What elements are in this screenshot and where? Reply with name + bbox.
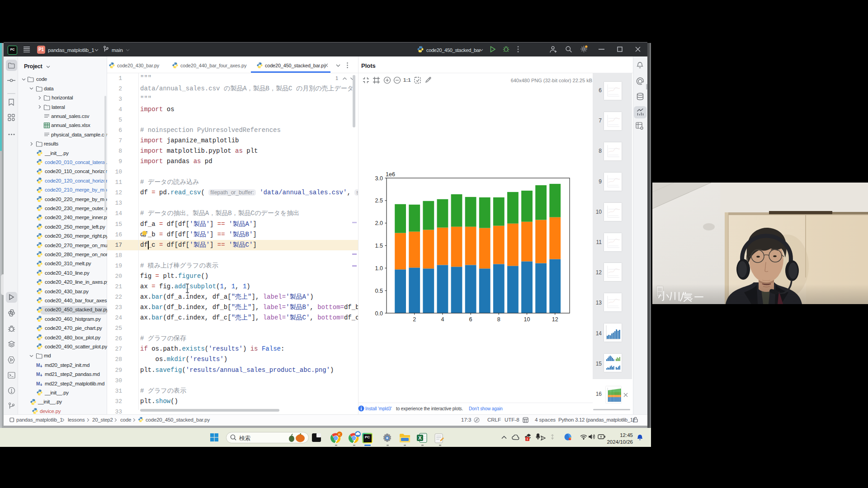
svg-text:1: 1 [526, 437, 528, 441]
svg-text:6: 6 [469, 316, 472, 323]
svg-text:2: 2 [413, 316, 416, 323]
svg-text:2.5: 2.5 [375, 197, 383, 204]
svg-text:2.0: 2.0 [375, 220, 383, 226]
svg-text:8: 8 [497, 316, 500, 323]
svg-text:X: X [418, 435, 422, 441]
svg-text:12: 12 [552, 316, 558, 323]
svg-text:3.0: 3.0 [375, 175, 383, 182]
svg-text:4: 4 [441, 316, 444, 323]
svg-text:1.0: 1.0 [375, 265, 383, 272]
svg-text:10: 10 [524, 316, 530, 323]
svg-text:0.0: 0.0 [375, 310, 383, 317]
svg-text:1e6: 1e6 [386, 171, 395, 178]
svg-text:K: K [338, 432, 341, 436]
svg-text:1.5: 1.5 [375, 243, 383, 249]
svg-text:0.5: 0.5 [375, 288, 383, 294]
